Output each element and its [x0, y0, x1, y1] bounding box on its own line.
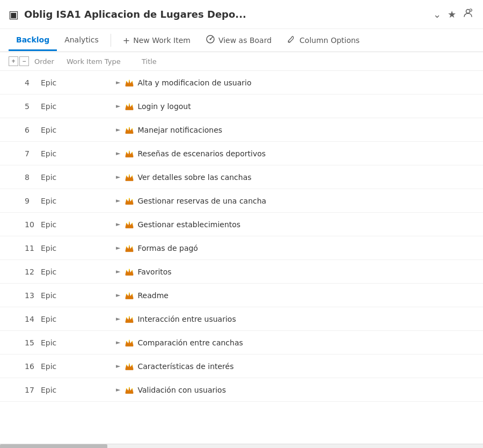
- row-type: Epic: [41, 315, 116, 323]
- row-type: Epic: [41, 244, 116, 252]
- svg-point-37: [129, 221, 130, 222]
- row-order: 15: [9, 338, 41, 347]
- row-title-text: Características de interés: [137, 362, 233, 371]
- table-body: 4 Epic ► Alta y modificacion de usuario …: [0, 71, 483, 444]
- row-title-text: Alta y modificacion de usuario: [137, 78, 251, 87]
- horizontal-scrollbar-thumb[interactable]: [0, 444, 107, 448]
- table-row[interactable]: 7 Epic ► Reseñas de escenarios deportivo…: [0, 142, 483, 165]
- table-row[interactable]: 4 Epic ► Alta y modificacion de usuario: [0, 71, 483, 95]
- expand-icon[interactable]: ►: [116, 244, 120, 251]
- table-row[interactable]: 12 Epic ► Favoritos: [0, 260, 483, 284]
- svg-rect-46: [126, 274, 133, 275]
- row-order: 17: [9, 386, 41, 394]
- svg-point-28: [126, 175, 127, 176]
- svg-point-57: [129, 316, 130, 317]
- expand-icon[interactable]: ►: [116, 292, 120, 299]
- row-type: Epic: [41, 220, 116, 229]
- expand-icon[interactable]: ►: [116, 268, 120, 275]
- table-header: + − Order Work Item Type Title: [0, 52, 483, 71]
- svg-point-52: [129, 292, 130, 293]
- expand-icon[interactable]: ►: [116, 386, 120, 393]
- backlog-icon: ▣: [9, 8, 19, 21]
- new-work-item-label: New Work Item: [133, 36, 191, 45]
- epic-crown-icon: [125, 173, 134, 182]
- row-order: 4: [9, 78, 41, 87]
- tab-backlog[interactable]: Backlog: [9, 30, 57, 51]
- svg-rect-61: [126, 345, 133, 346]
- row-order: 16: [9, 362, 41, 371]
- header-actions: ⌄ ★: [432, 6, 474, 22]
- svg-point-3: [209, 39, 211, 40]
- table-row[interactable]: 5 Epic ► Login y logout: [0, 95, 483, 118]
- tab-analytics[interactable]: Analytics: [57, 30, 106, 51]
- table-row[interactable]: 17 Epic ► Validación con usuarios: [0, 378, 483, 402]
- expand-icon[interactable]: ►: [116, 126, 120, 133]
- wrench-icon: [287, 34, 296, 46]
- row-title: ► Favoritos: [116, 268, 474, 276]
- expand-icon[interactable]: ►: [116, 197, 120, 204]
- epic-crown-icon: [125, 220, 134, 229]
- row-order: 11: [9, 244, 41, 252]
- expand-icon[interactable]: ►: [116, 221, 120, 228]
- row-type: Epic: [41, 197, 116, 205]
- svg-point-68: [126, 364, 127, 365]
- table-row[interactable]: 10 Epic ► Gestionar establecimientos: [0, 213, 483, 236]
- epic-crown-icon: [125, 197, 134, 205]
- svg-point-27: [129, 174, 130, 175]
- table-row[interactable]: 6 Epic ► Manejar notificaciones: [0, 118, 483, 142]
- expand-icon[interactable]: ►: [116, 79, 120, 86]
- expand-icon[interactable]: ►: [116, 103, 120, 110]
- table-row[interactable]: 8 Epic ► Ver detalles sobre las canchas: [0, 165, 483, 189]
- svg-rect-66: [126, 368, 133, 370]
- svg-point-72: [129, 387, 130, 388]
- star-icon[interactable]: ★: [447, 8, 457, 21]
- expand-icon[interactable]: ►: [116, 315, 120, 322]
- row-title: ► Gestionar establecimientos: [116, 220, 474, 229]
- svg-point-7: [129, 80, 130, 81]
- table-row[interactable]: 15 Epic ► Comparación entre canchas: [0, 331, 483, 355]
- new-work-item-button[interactable]: + New Work Item: [115, 30, 198, 51]
- board-icon: [206, 34, 215, 46]
- column-options-button[interactable]: Column Options: [279, 29, 367, 52]
- row-title: ► Interacción entre usuarios: [116, 315, 474, 323]
- svg-point-9: [132, 81, 133, 82]
- row-order: 9: [9, 197, 41, 205]
- svg-point-64: [132, 341, 133, 342]
- row-type: Epic: [41, 268, 116, 276]
- svg-rect-6: [126, 85, 133, 86]
- svg-rect-51: [126, 298, 133, 299]
- epic-crown-icon: [125, 386, 134, 394]
- table-row[interactable]: 16 Epic ► Características de interés: [0, 355, 483, 378]
- view-as-board-label: View as Board: [218, 36, 272, 45]
- svg-point-8: [126, 81, 127, 82]
- person-icon[interactable]: [462, 6, 474, 22]
- svg-point-73: [126, 388, 127, 389]
- svg-point-48: [126, 270, 127, 271]
- svg-rect-21: [126, 156, 133, 157]
- row-title-text: Validación con usuarios: [137, 386, 226, 394]
- svg-point-67: [129, 363, 130, 364]
- horizontal-scrollbar[interactable]: [0, 444, 483, 448]
- expand-all-button[interactable]: +: [9, 56, 18, 66]
- view-as-board-button[interactable]: View as Board: [198, 29, 279, 52]
- epic-crown-icon: [125, 149, 134, 158]
- table-row[interactable]: 11 Epic ► Formas de pagó: [0, 236, 483, 260]
- table-row[interactable]: 14 Epic ► Interacción entre usuarios: [0, 307, 483, 331]
- collapse-all-button[interactable]: −: [19, 56, 29, 66]
- epic-crown-icon: [125, 291, 134, 300]
- row-title-text: Manejar notificaciones: [137, 126, 222, 134]
- row-title: ► Formas de pagó: [116, 244, 474, 252]
- svg-point-23: [126, 151, 127, 153]
- table-row[interactable]: 13 Epic ► Readme: [0, 284, 483, 307]
- epic-crown-icon: [125, 362, 134, 371]
- svg-point-49: [132, 270, 133, 271]
- row-title-text: Login y logout: [137, 102, 191, 111]
- expand-icon[interactable]: ►: [116, 150, 120, 157]
- expand-icon[interactable]: ►: [116, 174, 120, 180]
- row-title: ► Login y logout: [116, 102, 474, 111]
- table-row[interactable]: 9 Epic ► Gestionar reservas de una canch…: [0, 189, 483, 213]
- expand-icon[interactable]: ►: [116, 363, 120, 370]
- row-title: ► Gestionar reservas de una cancha: [116, 197, 474, 205]
- chevron-down-icon[interactable]: ⌄: [432, 8, 442, 21]
- expand-icon[interactable]: ►: [116, 339, 120, 346]
